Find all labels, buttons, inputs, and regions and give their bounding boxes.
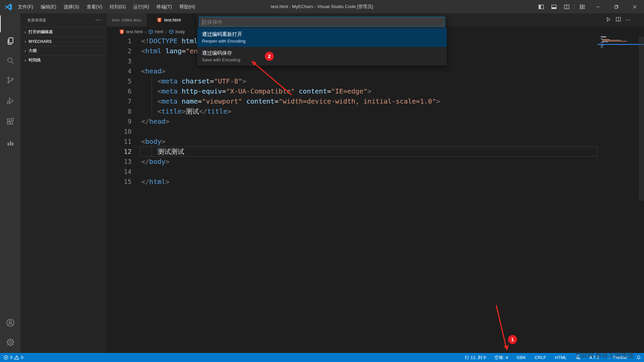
layout-panel-icon (551, 4, 557, 10)
code-line-12[interactable]: 测试测试 (141, 146, 184, 157)
vertical-scrollbar[interactable] (639, 37, 644, 201)
line-number-1[interactable]: 1 (111, 36, 131, 46)
code-token: = (210, 77, 214, 85)
code-token (141, 107, 157, 115)
line-number-5[interactable]: 5 (111, 76, 131, 86)
line-number-13[interactable]: 13 (111, 157, 131, 167)
menu-item-5[interactable]: 转到(G) (106, 0, 129, 13)
breadcrumb-item-body[interactable]: body (169, 29, 185, 34)
status-language-mode[interactable]: HTML (555, 355, 567, 360)
layout-sidebar-left-button[interactable] (535, 0, 547, 13)
run-file-button[interactable] (605, 16, 611, 24)
activity-account[interactable] (0, 314, 20, 331)
code-line-7[interactable]: <meta name="viewport" content="width=dev… (141, 96, 440, 106)
layout-customize-button[interactable] (576, 0, 589, 13)
code-token: < (157, 77, 161, 85)
sidebar-section-4[interactable]: ›时间线 (20, 55, 107, 65)
split-editor-button[interactable] (615, 16, 621, 23)
tab-test-html[interactable]: 5test.html (147, 13, 197, 26)
line-number-12[interactable]: 12 (111, 146, 131, 157)
code-line-6[interactable]: <meta http-equiv="X-UA-Compatible" conte… (141, 86, 371, 96)
status-encoding[interactable]: GBK (517, 355, 526, 360)
line-number-14[interactable]: 14 (111, 167, 131, 177)
menu-item-4[interactable]: 查看(V) (83, 0, 106, 13)
code-token: > (165, 117, 169, 125)
status-eol[interactable]: CRLF (535, 355, 546, 360)
chevron-right-icon: › (24, 58, 26, 63)
symbol-html-icon (148, 29, 153, 34)
tab-index-less[interactable]: (less)index.less (107, 13, 147, 26)
quickpick-item-1[interactable]: 通过编码重新打开Reopen with Encoding (197, 28, 447, 47)
minimize-button[interactable] (589, 0, 607, 13)
problems-status[interactable]: 0 0 (3, 353, 23, 362)
code-line-2[interactable]: <html lang="en"> (141, 46, 206, 56)
status-label: GBK (517, 355, 526, 360)
sidebar-section-3[interactable]: ›大纲 (20, 46, 107, 55)
code-token: > (165, 178, 169, 186)
layout-panel-button[interactable] (547, 0, 560, 13)
line-number-6[interactable]: 6 (111, 86, 131, 96)
line-number-4[interactable]: 4 (111, 66, 131, 76)
more-actions-icon[interactable]: ⋯ (95, 13, 101, 26)
activity-explorer[interactable] (0, 33, 20, 50)
line-number-2[interactable]: 2 (111, 46, 131, 56)
line-number-7[interactable]: 7 (111, 96, 131, 106)
status-notifications[interactable] (636, 355, 641, 360)
code-line-11[interactable]: <body> (141, 136, 165, 146)
breadcrumb-label: test.html (126, 29, 143, 34)
quickpick-input[interactable] (200, 17, 444, 26)
breadcrumb-item-html[interactable]: html (148, 29, 163, 34)
sidebar-section-1[interactable]: ›打开的编辑器 (20, 27, 107, 37)
status-cursor-position[interactable]: 行 12, 列 9 (465, 355, 486, 361)
activity-settings[interactable] (0, 334, 20, 351)
code-line-4[interactable]: <head> (141, 66, 165, 76)
menu-item-6[interactable]: 运行(R) (129, 0, 153, 13)
settings-icon (6, 338, 15, 347)
sidebar-section-2[interactable]: ›MYECHARS (20, 37, 107, 46)
line-number-15[interactable]: 15 (111, 177, 131, 187)
code-token: < (157, 107, 161, 115)
line-number-8[interactable]: 8 (111, 106, 131, 116)
editor-actions: ⋯ (605, 13, 631, 26)
close-button[interactable] (626, 0, 644, 13)
line-number-11[interactable]: 11 (111, 136, 131, 146)
restore-button[interactable] (607, 0, 626, 13)
activity-source-control[interactable] (0, 71, 20, 89)
menu-item-2[interactable]: 编辑(E) (37, 0, 60, 13)
menu-item-3[interactable]: 选择(S) (60, 0, 83, 13)
activity-run-debug[interactable] (0, 92, 20, 110)
activity-extensions[interactable] (0, 113, 20, 130)
status-indentation[interactable]: 空格: 4 (494, 355, 508, 361)
code-token: title (207, 107, 227, 115)
line-number-9[interactable]: 9 (111, 116, 131, 126)
line-number-3[interactable]: 3 (111, 56, 131, 66)
code-line-5[interactable]: <meta charset="UTF-8"> (141, 76, 246, 86)
code-line-13[interactable]: </body> (141, 157, 169, 167)
code-line-1[interactable]: <!DOCTYPE html> (141, 36, 202, 46)
minimap[interactable] (597, 34, 644, 54)
menu-item-8[interactable]: 帮助(H) (175, 0, 199, 13)
run-debug-icon (6, 97, 15, 105)
quickpick-item-2[interactable]: 通过编码保存Save with Encoding (197, 47, 447, 66)
sidebar-section-label: 大纲 (29, 48, 37, 54)
code-line-9[interactable]: </head> (141, 116, 169, 126)
editor-more-actions[interactable]: ⋯ (625, 17, 631, 23)
menu-item-7[interactable]: 终端(T) (153, 0, 176, 13)
activity-search[interactable] (0, 52, 20, 69)
code-token: < (141, 67, 145, 75)
code-token (177, 97, 181, 105)
line-number-10[interactable]: 10 (111, 126, 131, 136)
layout-sidebar-right-button[interactable] (560, 0, 573, 13)
code-token: http-equiv (181, 87, 222, 95)
code-line-15[interactable]: </html> (141, 177, 169, 187)
code-line-8[interactable]: <title>测试</title> (141, 106, 231, 116)
activity-bar-chart[interactable] (0, 134, 20, 151)
code-token (141, 97, 157, 105)
code-token: content (246, 97, 274, 105)
breadcrumb-item-test.html[interactable]: 5test.html (119, 29, 143, 35)
bar-chart-icon (6, 138, 15, 147)
minimap-line (601, 37, 606, 38)
code-token: </ (199, 107, 207, 115)
menu-item-1[interactable]: 文件(F) (14, 0, 37, 13)
code-token: "UTF-8" (214, 77, 242, 85)
